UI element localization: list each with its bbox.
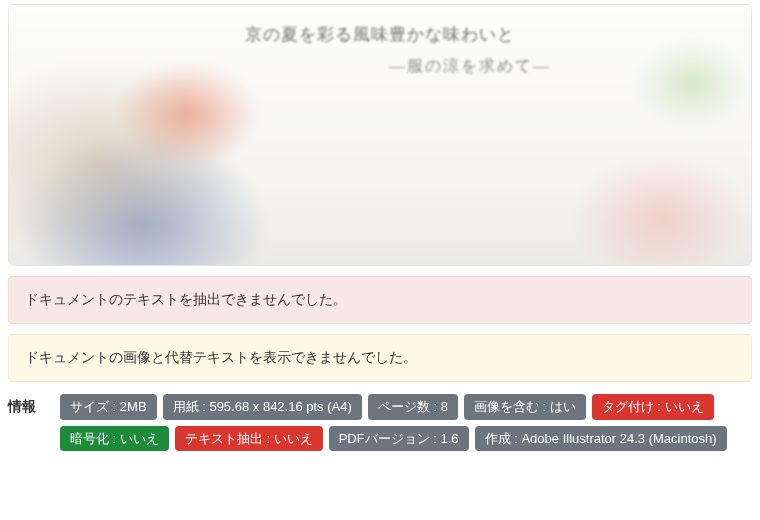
badge-encrypted: 暗号化 : いいえ (60, 426, 169, 452)
info-badges: サイズ : 2MB 用紙 : 595.68 x 842.16 pts (A4) … (60, 394, 752, 451)
badge-text-extract: テキスト抽出 : いいえ (175, 426, 323, 452)
hero-caption-line2: ―服の涼を求めて― (189, 56, 751, 77)
alert-text-extract-failed-message: ドキュメントのテキストを抽出できませんでした。 (25, 291, 347, 307)
alert-text-extract-failed: ドキュメントのテキストを抽出できませんでした。 (8, 276, 752, 324)
hero-caption-line1: 京の夏を彩る風味豊かな味わいと (9, 23, 751, 46)
document-preview-hero: 京の夏を彩る風味豊かな味わいと ―服の涼を求めて― (8, 4, 752, 266)
badge-tagged: タグ付け : いいえ (592, 394, 714, 420)
badge-size: サイズ : 2MB (60, 394, 157, 420)
info-section: 情報 サイズ : 2MB 用紙 : 595.68 x 842.16 pts (A… (8, 394, 752, 451)
alert-image-alt-failed-message: ドキュメントの画像と代替テキストを表示できませんでした。 (25, 349, 417, 365)
alert-image-alt-failed: ドキュメントの画像と代替テキストを表示できませんでした。 (8, 334, 752, 382)
hero-caption: 京の夏を彩る風味豊かな味わいと ―服の涼を求めて― (9, 23, 751, 77)
badge-paper: 用紙 : 595.68 x 842.16 pts (A4) (163, 394, 362, 420)
badge-creator: 作成 : Adobe Illustrator 24.3 (Macintosh) (475, 426, 727, 452)
badge-pdf-version: PDFバージョン : 1.6 (329, 426, 469, 452)
badge-pages: ページ数 : 8 (368, 394, 458, 420)
info-heading: 情報 (8, 394, 42, 416)
badge-has-images: 画像を含む : はい (464, 394, 586, 420)
